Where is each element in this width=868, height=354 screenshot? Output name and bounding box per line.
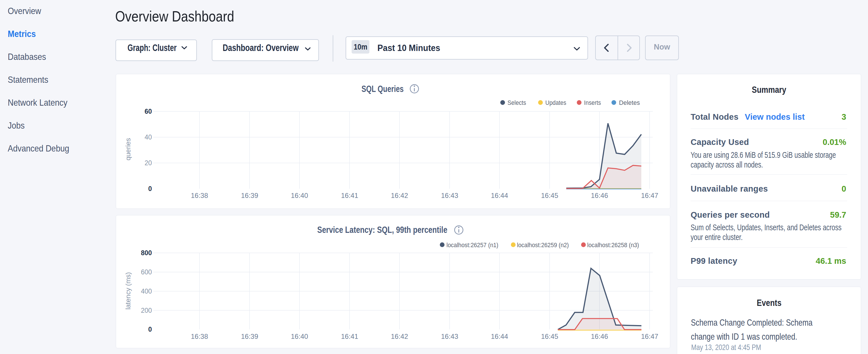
svg-text:16:42: 16:42 <box>391 332 408 340</box>
svg-text:Selects: Selects <box>507 99 526 106</box>
svg-text:localhost:26257 (n1): localhost:26257 (n1) <box>446 242 498 249</box>
svg-text:16:38: 16:38 <box>191 192 208 199</box>
svg-text:SQL Queries: SQL Queries <box>362 84 404 94</box>
svg-text:Deletes: Deletes <box>619 99 640 106</box>
svg-text:16:46: 16:46 <box>591 192 608 199</box>
svg-text:0: 0 <box>148 326 152 333</box>
svg-text:16:43: 16:43 <box>441 332 458 340</box>
svg-text:16:40: 16:40 <box>291 192 308 199</box>
svg-text:40: 40 <box>145 133 152 141</box>
svg-text:0: 0 <box>148 185 152 192</box>
svg-text:16:46: 16:46 <box>591 332 608 340</box>
svg-text:16:41: 16:41 <box>341 192 358 199</box>
svg-text:60: 60 <box>145 108 152 115</box>
svg-text:800: 800 <box>141 249 152 257</box>
svg-text:Service Latency: SQL, 99th per: Service Latency: SQL, 99th percentile <box>317 225 447 235</box>
svg-text:16:47: 16:47 <box>641 192 658 199</box>
svg-text:latency (ms): latency (ms) <box>124 272 132 310</box>
svg-text:Inserts: Inserts <box>584 99 601 106</box>
svg-text:20: 20 <box>145 159 152 167</box>
svg-text:localhost:26258 (n3): localhost:26258 (n3) <box>587 242 639 249</box>
svg-text:queries: queries <box>124 138 132 161</box>
svg-text:16:40: 16:40 <box>291 332 308 340</box>
svg-text:16:44: 16:44 <box>491 192 508 199</box>
svg-text:localhost:26259 (n2): localhost:26259 (n2) <box>517 242 569 249</box>
svg-text:16:39: 16:39 <box>241 192 258 199</box>
svg-text:16:41: 16:41 <box>341 332 358 340</box>
svg-text:16:38: 16:38 <box>191 332 208 340</box>
svg-text:400: 400 <box>141 288 152 295</box>
svg-text:16:39: 16:39 <box>241 332 258 340</box>
svg-text:200: 200 <box>141 307 152 314</box>
svg-text:16:44: 16:44 <box>491 332 508 340</box>
svg-text:16:43: 16:43 <box>441 192 458 199</box>
svg-text:Updates: Updates <box>545 99 566 106</box>
svg-text:600: 600 <box>141 268 152 276</box>
svg-text:16:42: 16:42 <box>391 192 408 199</box>
svg-text:16:45: 16:45 <box>541 192 558 199</box>
svg-text:16:45: 16:45 <box>541 332 558 340</box>
svg-text:16:47: 16:47 <box>641 332 658 340</box>
